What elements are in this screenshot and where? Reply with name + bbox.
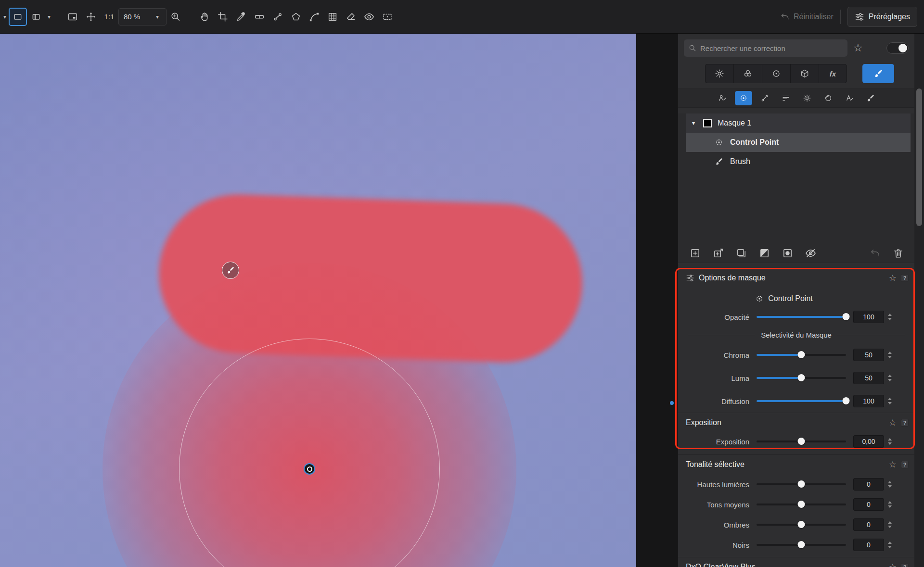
stepper-up[interactable] (888, 521, 892, 524)
text-mask-tool[interactable] (841, 91, 858, 105)
brush-cursor[interactable] (222, 262, 239, 279)
mask-manager-tool[interactable] (714, 91, 731, 105)
add-mask-button[interactable] (690, 248, 701, 259)
slider-thumb[interactable] (798, 541, 805, 548)
blacks-value[interactable]: 0 (853, 539, 884, 551)
highlights-value[interactable]: 0 (853, 478, 884, 491)
slider-thumb[interactable] (798, 351, 805, 358)
luma-value[interactable]: 50 (853, 372, 884, 384)
selection-tool-button[interactable] (378, 8, 397, 26)
delete-mask-button[interactable] (893, 248, 904, 259)
eraser-tool-button[interactable] (342, 8, 360, 26)
invert-mask-button[interactable] (759, 248, 770, 259)
add-sub-mask-button[interactable] (713, 248, 724, 259)
luminosity-mask-tool[interactable] (798, 91, 816, 105)
mask-group-row[interactable]: ▾ Masque 1 (686, 113, 911, 133)
view-compare-button[interactable] (27, 8, 45, 26)
favorite-section-button[interactable]: ☆ (889, 563, 897, 567)
graduated-filter-tool[interactable] (777, 91, 795, 105)
favorite-section-button[interactable]: ☆ (889, 460, 897, 469)
shadows-value[interactable]: 0 (853, 518, 884, 531)
stepper-up[interactable] (888, 398, 892, 400)
stepper-down[interactable] (888, 379, 892, 381)
highlights-stepper[interactable] (888, 481, 892, 488)
fit-screen-button[interactable] (64, 8, 82, 26)
help-button[interactable]: ? (901, 563, 909, 567)
crop-tool-button[interactable] (214, 8, 232, 26)
slider-thumb[interactable] (798, 480, 805, 488)
stepper-up[interactable] (888, 314, 892, 316)
chevron-down-icon[interactable]: ▾ (45, 13, 53, 20)
chevron-down-icon[interactable]: ▾ (690, 120, 697, 126)
help-button[interactable]: ? (901, 461, 909, 468)
blacks-stepper[interactable] (888, 542, 892, 548)
stepper-up[interactable] (888, 542, 892, 544)
stepper-up[interactable] (888, 375, 892, 377)
shadows-slider[interactable] (757, 524, 846, 526)
scrollbar-thumb[interactable] (916, 88, 922, 226)
slider-thumb[interactable] (798, 374, 805, 381)
tab-detail[interactable] (762, 64, 790, 83)
stepper-down[interactable] (888, 402, 892, 404)
exposure-slider[interactable] (757, 441, 846, 442)
polygon-tool-button[interactable] (287, 8, 305, 26)
tab-local-adjustments[interactable] (862, 64, 894, 83)
chroma-stepper[interactable] (888, 352, 892, 358)
mask-overlay-button[interactable] (782, 248, 793, 259)
white-balance-picker-button[interactable] (232, 8, 250, 26)
view-single-button[interactable] (9, 8, 27, 26)
stepper-up[interactable] (888, 438, 892, 441)
show-overlay-button[interactable] (360, 8, 378, 26)
control-line-tool[interactable] (756, 91, 773, 105)
stepper-up[interactable] (888, 481, 892, 483)
slider-thumb[interactable] (843, 313, 850, 320)
tab-color[interactable] (733, 64, 762, 83)
control-point-handle[interactable] (304, 463, 315, 475)
help-button[interactable]: ? (901, 274, 909, 282)
corrections-visibility-toggle[interactable] (886, 42, 909, 54)
slider-thumb[interactable] (843, 397, 850, 404)
horizon-tool-button[interactable] (250, 8, 269, 26)
search-box[interactable] (684, 39, 847, 57)
panel-resize-handle[interactable] (670, 401, 674, 405)
luma-slider[interactable] (757, 377, 846, 379)
stepper-down[interactable] (888, 442, 892, 445)
exposure-value[interactable]: 0,00 (853, 435, 884, 448)
color-mask-tool[interactable] (820, 91, 837, 105)
zoom-level-dropdown[interactable]: 80 % ▾ (118, 8, 167, 25)
stepper-down[interactable] (888, 505, 892, 508)
chevron-down-icon[interactable]: ▾ (1, 13, 9, 20)
mask-item-brush[interactable]: Brush (686, 152, 911, 171)
stepper-down[interactable] (888, 318, 892, 320)
opacity-stepper[interactable] (888, 314, 892, 320)
stepper-up[interactable] (888, 501, 892, 504)
brush-mask-tool[interactable] (862, 91, 879, 105)
presets-button[interactable]: Préréglages (847, 7, 917, 27)
control-points-tool-button[interactable] (269, 8, 287, 26)
mask-thumbnail[interactable] (703, 119, 712, 127)
slider-thumb[interactable] (798, 521, 805, 528)
midtones-slider[interactable] (757, 504, 846, 505)
diffusion-stepper[interactable] (888, 398, 892, 404)
duplicate-mask-button[interactable] (736, 248, 747, 259)
exposure-stepper[interactable] (888, 438, 892, 445)
curve-tool-button[interactable] (305, 8, 323, 26)
reset-button[interactable]: Réinitialiser (780, 12, 834, 22)
stepper-down[interactable] (888, 485, 892, 488)
hand-tool-button[interactable] (195, 8, 214, 26)
stepper-down[interactable] (888, 546, 892, 548)
stepper-down[interactable] (888, 356, 892, 358)
tab-geometry[interactable] (790, 64, 819, 83)
zoom-in-button[interactable] (167, 8, 185, 26)
stepper-down[interactable] (888, 526, 892, 528)
slider-thumb[interactable] (798, 438, 805, 445)
shadows-stepper[interactable] (888, 521, 892, 528)
move-tool-button[interactable] (82, 8, 100, 26)
zoom-1-1-button[interactable]: 1:1 (100, 8, 118, 26)
search-input[interactable] (700, 44, 843, 52)
midtones-value[interactable]: 0 (853, 498, 884, 511)
image-canvas[interactable] (0, 34, 636, 567)
favorite-section-button[interactable]: ☆ (889, 418, 897, 427)
chroma-value[interactable]: 50 (853, 349, 884, 361)
favorite-section-button[interactable]: ☆ (889, 274, 897, 282)
